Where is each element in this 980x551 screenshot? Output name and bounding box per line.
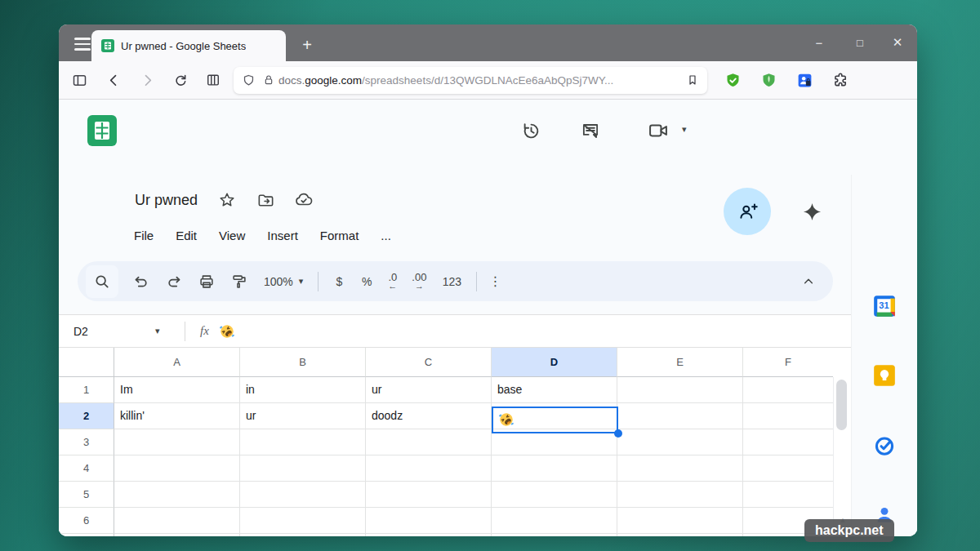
cell[interactable] xyxy=(617,534,743,536)
menu-more[interactable]: ... xyxy=(381,229,391,242)
cell-c1[interactable]: ur xyxy=(366,377,492,403)
cell[interactable] xyxy=(492,534,617,536)
cell[interactable] xyxy=(114,429,240,455)
col-header-e[interactable]: E xyxy=(617,348,743,377)
collapse-toolbar-icon[interactable] xyxy=(792,265,825,298)
cell[interactable] xyxy=(240,508,366,534)
star-icon[interactable] xyxy=(216,189,238,211)
lock-icon[interactable] xyxy=(262,73,275,87)
cell[interactable] xyxy=(366,455,492,482)
calendar-icon[interactable]: 31 xyxy=(872,294,897,318)
cell[interactable] xyxy=(617,482,743,508)
col-header-c[interactable]: C xyxy=(366,348,492,377)
format-currency-button[interactable]: $ xyxy=(325,265,353,298)
cell[interactable] xyxy=(492,429,617,455)
vertical-scrollbar-thumb[interactable] xyxy=(836,380,847,430)
doc-title[interactable]: Ur pwned xyxy=(135,192,198,209)
cell[interactable] xyxy=(743,429,833,455)
cell-b2[interactable]: ur xyxy=(240,403,366,429)
close-button[interactable]: ✕ xyxy=(881,29,914,56)
row-header-3[interactable]: 3 xyxy=(59,429,114,455)
cell[interactable] xyxy=(617,429,743,455)
format-percent-button[interactable]: % xyxy=(353,265,381,298)
comments-icon[interactable] xyxy=(576,116,605,145)
keep-icon[interactable] xyxy=(872,363,897,388)
select-all-corner[interactable] xyxy=(59,348,114,377)
increase-decimal-button[interactable]: .00→ xyxy=(404,273,434,291)
row-header-2-selected[interactable]: 2 xyxy=(59,403,114,429)
menu-format[interactable]: Format xyxy=(320,229,359,242)
browser-tab-active[interactable]: Ur pwned - Google Sheets xyxy=(91,30,286,61)
cell[interactable] xyxy=(240,455,366,482)
extension-privacy-icon[interactable] xyxy=(791,66,818,94)
address-bar[interactable]: docs.google.com/spreadsheets/d/13QWGDLNA… xyxy=(234,67,707,94)
more-options-icon[interactable]: ⋮ xyxy=(483,265,506,298)
forward-button[interactable] xyxy=(134,66,162,94)
cell[interactable] xyxy=(240,534,366,536)
row-header-5[interactable]: 5 xyxy=(59,482,114,508)
fill-handle[interactable] xyxy=(614,429,622,438)
name-box-caret-icon[interactable]: ▾ xyxy=(155,326,180,336)
sheets-logo[interactable] xyxy=(86,114,118,147)
library-icon[interactable] xyxy=(199,66,227,94)
row-header-1[interactable]: 1 xyxy=(59,377,114,403)
row-header-7[interactable]: 7 xyxy=(59,534,114,536)
cell[interactable] xyxy=(366,482,492,508)
cell-f2[interactable] xyxy=(743,403,833,429)
row-header-4[interactable]: 4 xyxy=(59,455,114,482)
search-icon[interactable] xyxy=(86,265,118,298)
extension-antivirus-icon[interactable] xyxy=(719,66,746,94)
cell[interactable] xyxy=(114,482,240,508)
formula-value-emoji[interactable] xyxy=(219,323,235,340)
cell[interactable] xyxy=(240,482,366,508)
sidebar-toggle-icon[interactable] xyxy=(65,66,93,94)
cell[interactable] xyxy=(240,429,366,455)
extensions-puzzle-icon[interactable] xyxy=(826,66,854,94)
back-button[interactable] xyxy=(100,66,127,94)
maximize-button[interactable]: □ xyxy=(844,29,876,56)
cell[interactable] xyxy=(743,482,833,508)
cell-e1[interactable] xyxy=(617,377,743,403)
row-header-6[interactable]: 6 xyxy=(59,508,114,534)
vertical-scrollbar[interactable]: ▲ ▼ xyxy=(833,377,851,536)
decrease-decimal-button[interactable]: .0← xyxy=(381,273,404,291)
cell[interactable] xyxy=(366,508,492,534)
cell[interactable] xyxy=(743,455,833,482)
name-box[interactable]: D2 xyxy=(59,325,155,338)
share-button[interactable] xyxy=(724,188,771,235)
reload-button[interactable] xyxy=(167,66,194,94)
version-history-icon[interactable] xyxy=(516,116,546,145)
undo-icon[interactable] xyxy=(125,265,158,298)
bookmark-icon[interactable] xyxy=(686,73,699,87)
video-call-icon[interactable] xyxy=(642,116,675,145)
cell[interactable] xyxy=(114,534,240,536)
redo-icon[interactable] xyxy=(158,265,190,298)
cell[interactable] xyxy=(617,508,743,534)
menu-edit[interactable]: Edit xyxy=(176,229,197,242)
cell-a2[interactable]: killin' xyxy=(114,403,240,429)
paint-format-icon[interactable] xyxy=(223,265,256,298)
zoom-select[interactable]: 100% ▾ xyxy=(256,275,311,288)
cell[interactable] xyxy=(492,482,617,508)
menu-insert[interactable]: Insert xyxy=(267,229,298,242)
cell-d1[interactable]: base xyxy=(492,377,617,403)
cell-f1[interactable] xyxy=(743,377,833,403)
cell-a1[interactable]: Im xyxy=(114,377,240,403)
cell-e2[interactable] xyxy=(617,403,743,429)
new-tab-button[interactable]: + xyxy=(294,33,320,57)
minimize-button[interactable]: − xyxy=(803,29,835,56)
more-formats-button[interactable]: 123 xyxy=(434,265,470,298)
cell[interactable] xyxy=(492,508,617,534)
cloud-saved-icon[interactable] xyxy=(293,189,314,211)
menu-file[interactable]: File xyxy=(134,229,154,242)
cell[interactable] xyxy=(366,429,492,455)
cell[interactable] xyxy=(492,455,617,482)
cell-c2[interactable]: doodz xyxy=(366,403,492,429)
col-header-d-selected[interactable]: D xyxy=(492,348,617,377)
print-icon[interactable] xyxy=(190,265,223,298)
tracking-shield-icon[interactable] xyxy=(242,73,256,87)
tasks-icon[interactable] xyxy=(872,433,897,458)
col-header-b[interactable]: B xyxy=(240,348,366,377)
col-header-a[interactable]: A xyxy=(114,348,240,377)
video-caret-icon[interactable]: ▾ xyxy=(682,124,687,135)
